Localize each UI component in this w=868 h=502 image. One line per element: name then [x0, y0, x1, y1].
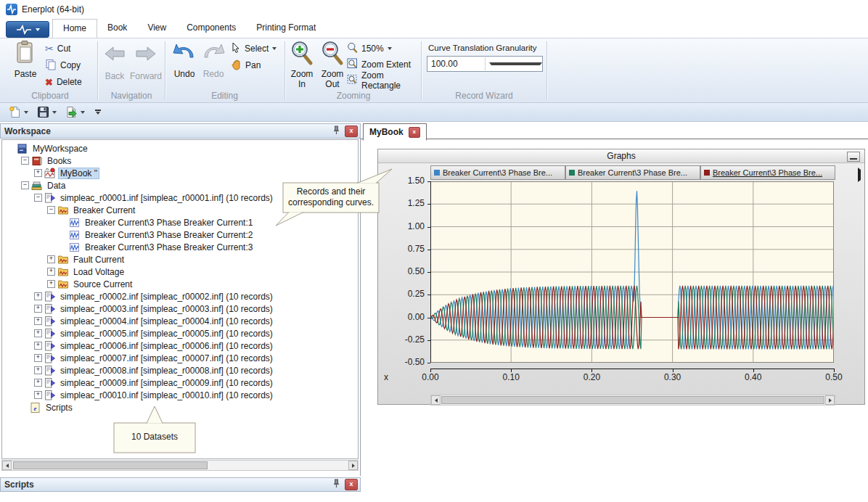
- expand-plus-icon[interactable]: +: [47, 280, 55, 288]
- paste-button[interactable]: Paste: [9, 40, 42, 79]
- expand-plus-icon[interactable]: +: [34, 354, 42, 362]
- close-icon[interactable]: x: [409, 127, 420, 138]
- tree-item-label[interactable]: simpleac_r00004.inf [simpleac_r00004.inf…: [59, 316, 274, 326]
- redo-button[interactable]: Redo: [199, 41, 228, 79]
- expand-minus-icon[interactable]: −: [21, 181, 29, 189]
- tab-home[interactable]: Home: [52, 19, 97, 38]
- tree-item-label[interactable]: simpleac_r00005.inf [simpleac_r00005.inf…: [59, 329, 274, 339]
- zoom-level-dropdown[interactable]: 150%: [347, 42, 392, 55]
- application-menu-button[interactable]: [6, 21, 49, 38]
- tree-item[interactable]: +simpleac_r00006.inf [simpleac_r00006.in…: [2, 340, 358, 352]
- tree-item-label[interactable]: simpleac_r00002.inf [simpleac_r00002.inf…: [59, 292, 274, 302]
- delete-button[interactable]: ✖ Delete: [45, 75, 82, 89]
- expand-plus-icon[interactable]: +: [34, 329, 42, 337]
- tree-item[interactable]: +simpleac_r00003.inf [simpleac_r00003.in…: [2, 303, 358, 315]
- tree-item-label[interactable]: Breaker Current: [72, 205, 136, 215]
- legend-overflow-icon[interactable]: [858, 170, 861, 180]
- tree-item-label[interactable]: Load Voltage: [72, 267, 126, 277]
- granularity-combobox[interactable]: 100.00: [427, 56, 543, 72]
- graphs-frame-title[interactable]: Graphs: [378, 149, 864, 163]
- close-icon[interactable]: x: [345, 479, 358, 490]
- save-button[interactable]: [37, 106, 49, 118]
- expand-plus-icon[interactable]: +: [47, 268, 55, 276]
- tree-item-label[interactable]: Scripts: [44, 403, 74, 413]
- expand-plus-icon[interactable]: +: [34, 342, 42, 350]
- tree-item-label[interactable]: Books: [46, 156, 73, 166]
- scrollbar-thumb[interactable]: [441, 396, 824, 404]
- tree-item-label[interactable]: Breaker Current\3 Phase Breaker Current:…: [83, 218, 254, 228]
- tree-item-label[interactable]: MyBook ": [59, 168, 99, 178]
- zoom-extent-button[interactable]: Zoom Extent: [347, 58, 411, 71]
- pin-icon[interactable]: [332, 479, 340, 490]
- close-icon[interactable]: x: [345, 126, 358, 137]
- scroll-left-icon[interactable]: [431, 395, 441, 405]
- select-button[interactable]: Select: [231, 42, 277, 55]
- expand-plus-icon[interactable]: +: [47, 255, 55, 263]
- tree-item-label[interactable]: simpleac_r00001.inf [simpleac_r00001.inf…: [59, 193, 274, 203]
- expand-minus-icon[interactable]: −: [47, 206, 55, 214]
- expand-plus-icon[interactable]: +: [34, 379, 42, 387]
- tree-item-label[interactable]: Source Current: [72, 279, 134, 289]
- tree-item[interactable]: +simpleac_r00002.inf [simpleac_r00002.in…: [2, 290, 358, 303]
- tree-item-label[interactable]: simpleac_r00007.inf [simpleac_r00007.inf…: [59, 353, 274, 363]
- tab-printing-format[interactable]: Printing Format: [246, 19, 326, 38]
- legend-item[interactable]: Breaker Current\3 Phase Bre...: [565, 165, 700, 180]
- expand-plus-icon[interactable]: +: [34, 391, 42, 399]
- tab-components[interactable]: Components: [176, 19, 246, 38]
- tree-item-label[interactable]: simpleac_r00010.inf [simpleac_r00010.inf…: [59, 390, 274, 400]
- tree-item[interactable]: +simpleac_r00005.inf [simpleac_r00005.in…: [2, 327, 358, 340]
- forward-button[interactable]: Forward: [128, 44, 164, 81]
- expand-plus-icon[interactable]: +: [34, 169, 42, 177]
- minimize-icon[interactable]: [847, 152, 860, 162]
- legend-item[interactable]: Breaker Current\3 Phase Bre...: [700, 165, 835, 180]
- expand-plus-icon[interactable]: +: [34, 317, 42, 325]
- tree-item[interactable]: +simpleac_r00008.inf [simpleac_r00008.in…: [2, 364, 358, 376]
- tab-mybook[interactable]: MyBook x: [363, 123, 427, 141]
- expand-plus-icon[interactable]: +: [34, 305, 42, 313]
- cut-button[interactable]: ✂ Cut: [45, 42, 70, 55]
- expand-plus-icon[interactable]: +: [34, 366, 42, 374]
- zoom-out-button[interactable]: Zoom Out: [318, 40, 347, 89]
- workspace-h-scrollbar[interactable]: [1, 460, 359, 471]
- chevron-down-icon[interactable]: [24, 111, 28, 114]
- scroll-right-icon[interactable]: [348, 461, 358, 470]
- tree-item[interactable]: +simpleac_r00007.inf [simpleac_r00007.in…: [2, 352, 358, 364]
- tree-item-label[interactable]: simpleac_r00006.inf [simpleac_r00006.inf…: [59, 341, 274, 351]
- tree-item[interactable]: +simpleac_r00010.inf [simpleac_r00010.in…: [2, 389, 358, 401]
- tree-item[interactable]: MyWorkspace: [2, 142, 358, 155]
- scripts-panel-header[interactable]: Scripts x: [0, 477, 361, 492]
- expand-minus-icon[interactable]: −: [21, 157, 29, 165]
- scrollbar-thumb[interactable]: [13, 461, 208, 469]
- tree-item[interactable]: +simpleac_r00009.inf [simpleac_r00009.in…: [2, 376, 358, 389]
- tab-view[interactable]: View: [137, 19, 176, 38]
- chevron-down-icon[interactable]: [81, 111, 85, 114]
- workspace-panel-header[interactable]: Workspace x: [0, 123, 361, 139]
- tree-item-label[interactable]: MyWorkspace: [31, 144, 89, 154]
- toolbar-options-button[interactable]: [95, 110, 101, 115]
- new-button[interactable]: [9, 106, 21, 118]
- tree-item[interactable]: +Load Voltage: [2, 266, 358, 278]
- tree-item-label[interactable]: simpleac_r00008.inf [simpleac_r00008.inf…: [59, 366, 274, 376]
- expand-minus-icon[interactable]: −: [34, 194, 42, 202]
- back-button[interactable]: Back: [100, 44, 129, 81]
- expand-plus-icon[interactable]: +: [34, 292, 42, 300]
- pan-button[interactable]: Pan: [231, 59, 261, 72]
- tree-item[interactable]: +simpleac_r00004.inf [simpleac_r00004.in…: [2, 315, 358, 327]
- plot-area[interactable]: [430, 181, 834, 363]
- tree-item[interactable]: Breaker Current\3 Phase Breaker Current:…: [2, 229, 358, 241]
- tree-item-label[interactable]: simpleac_r00003.inf [simpleac_r00003.inf…: [59, 304, 274, 314]
- load-button[interactable]: [65, 106, 78, 118]
- tree-item[interactable]: +Source Current: [2, 278, 358, 290]
- scroll-right-icon[interactable]: [825, 395, 835, 405]
- zoom-rectangle-button[interactable]: Zoom Rectangle: [347, 74, 421, 87]
- tree-item-label[interactable]: Breaker Current\3 Phase Breaker Current:…: [83, 230, 254, 240]
- pin-icon[interactable]: [332, 126, 340, 137]
- zoom-in-button[interactable]: Zoom In: [287, 40, 316, 89]
- tab-book[interactable]: Book: [97, 19, 137, 38]
- chevron-down-icon[interactable]: [52, 111, 57, 114]
- tree-item[interactable]: +Fault Current: [2, 253, 358, 266]
- tree-item[interactable]: Breaker Current\3 Phase Breaker Current:…: [2, 241, 358, 253]
- tree-item-label[interactable]: Fault Current: [72, 255, 126, 265]
- chart-h-scrollbar[interactable]: [430, 395, 835, 406]
- tree-item-label[interactable]: Data: [46, 181, 67, 191]
